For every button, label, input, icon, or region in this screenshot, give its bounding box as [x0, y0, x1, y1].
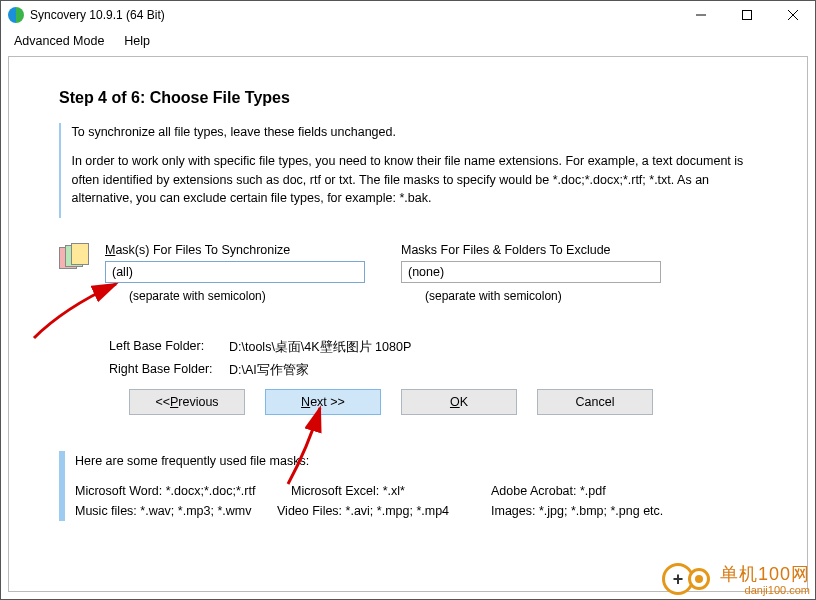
info-paragraph-1: To synchronize all file types, leave the… [71, 123, 759, 142]
base-folders: Left Base Folder: D:\tools\桌面\4K壁纸图片 108… [109, 339, 411, 385]
footer-examples-row1: Microsoft Word: *.docx;*.doc;*.rtfMicros… [75, 481, 663, 501]
exclude-mask-hint: (separate with semicolon) [425, 289, 661, 303]
sync-mask-column: Mask(s) For Files To Synchronize (separa… [105, 243, 365, 303]
info-box: To synchronize all file types, leave the… [59, 123, 759, 218]
ok-button[interactable]: OK [401, 389, 517, 415]
wizard-panel: Step 4 of 6: Choose File Types To synchr… [8, 56, 808, 592]
file-types-icon [59, 243, 91, 275]
sync-mask-hint: (separate with semicolon) [129, 289, 365, 303]
left-folder-value: D:\tools\桌面\4K壁纸图片 1080P [229, 339, 411, 356]
right-folder-label: Right Base Folder: [109, 362, 229, 379]
watermark-logo-icon: + [662, 562, 714, 596]
next-button[interactable]: Next >> [265, 389, 381, 415]
footer-intro: Here are some frequently used file masks… [75, 451, 663, 471]
info-paragraph-2: In order to work only with specific file… [71, 152, 759, 208]
footer-box: Here are some frequently used file masks… [59, 451, 759, 521]
sync-mask-input[interactable] [105, 261, 365, 283]
exclude-mask-column: Masks For Files & Folders To Exclude (se… [401, 243, 661, 303]
sync-mask-label: Mask(s) For Files To Synchronize [105, 243, 365, 257]
previous-button[interactable]: << Previous [129, 389, 245, 415]
cancel-button[interactable]: Cancel [537, 389, 653, 415]
step-title: Step 4 of 6: Choose File Types [59, 89, 290, 107]
masks-section: Mask(s) For Files To Synchronize (separa… [59, 243, 661, 303]
watermark: + 单机100网 danji100.com [662, 562, 810, 596]
wizard-buttons: << Previous Next >> OK Cancel [129, 389, 653, 415]
footer-examples-row2: Music files: *.wav; *.mp3; *.wmvVideo Fi… [75, 501, 663, 521]
right-folder-value: D:\AI写作管家 [229, 362, 309, 379]
left-folder-label: Left Base Folder: [109, 339, 229, 356]
footer-accent-bar [59, 451, 65, 521]
exclude-mask-input[interactable] [401, 261, 661, 283]
info-accent-bar [59, 123, 61, 218]
exclude-mask-label: Masks For Files & Folders To Exclude [401, 243, 661, 257]
watermark-text: 单机100网 [720, 562, 810, 586]
